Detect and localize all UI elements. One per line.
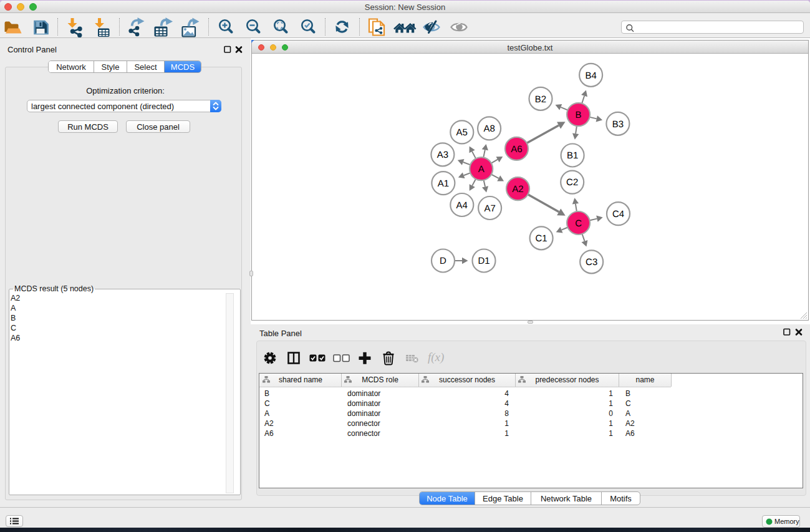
svg-text:D1: D1 bbox=[478, 256, 489, 266]
svg-text:C2: C2 bbox=[566, 177, 578, 188]
svg-text:A1: A1 bbox=[438, 178, 449, 189]
svg-text:A: A bbox=[478, 164, 485, 175]
svg-text:A5: A5 bbox=[456, 127, 468, 138]
svg-text:C4: C4 bbox=[612, 209, 624, 220]
svg-text:A8: A8 bbox=[483, 123, 494, 134]
svg-text:B2: B2 bbox=[535, 94, 546, 105]
svg-text:B3: B3 bbox=[612, 119, 624, 130]
svg-text:A2: A2 bbox=[512, 184, 523, 195]
svg-text:B: B bbox=[576, 110, 582, 120]
svg-text:A6: A6 bbox=[511, 144, 522, 155]
svg-text:D: D bbox=[440, 256, 446, 266]
svg-text:C: C bbox=[575, 218, 582, 229]
svg-text:C3: C3 bbox=[586, 257, 597, 268]
svg-text:A4: A4 bbox=[456, 200, 468, 211]
svg-text:A3: A3 bbox=[437, 150, 448, 160]
svg-text:B4: B4 bbox=[585, 70, 596, 81]
svg-text:B1: B1 bbox=[567, 150, 578, 161]
svg-text:C1: C1 bbox=[536, 233, 547, 244]
svg-text:A7: A7 bbox=[484, 203, 495, 214]
